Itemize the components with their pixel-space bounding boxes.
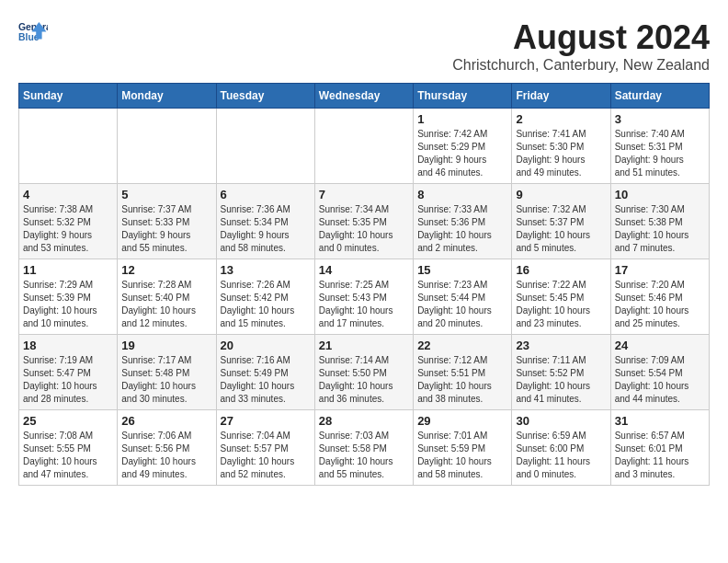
day-number: 6 [221, 188, 311, 201]
calendar-cell: 8Sunrise: 7:33 AM Sunset: 5:36 PM Daylig… [414, 184, 512, 259]
day-info: Sunrise: 7:37 AM Sunset: 5:33 PM Dayligh… [121, 203, 211, 255]
calendar-cell: 11Sunrise: 7:29 AM Sunset: 5:39 PM Dayli… [19, 259, 118, 335]
day-number: 15 [417, 263, 507, 277]
calendar-cell: 7Sunrise: 7:34 AM Sunset: 5:35 PM Daylig… [314, 184, 413, 259]
day-number: 30 [516, 414, 606, 428]
day-info: Sunrise: 7:40 AM Sunset: 5:31 PM Dayligh… [615, 128, 705, 179]
calendar-cell [314, 109, 413, 184]
day-info: Sunrise: 7:20 AM Sunset: 5:46 PM Dayligh… [615, 279, 705, 330]
day-info: Sunrise: 7:04 AM Sunset: 5:57 PM Dayligh… [221, 430, 311, 481]
day-number: 10 [615, 188, 705, 201]
day-number: 5 [121, 188, 211, 201]
day-number: 16 [516, 263, 606, 277]
day-number: 29 [417, 414, 507, 428]
day-number: 8 [417, 188, 507, 201]
location-subtitle: Christchurch, Canterbury, New Zealand [452, 57, 710, 74]
day-number: 20 [221, 339, 311, 352]
calendar-cell: 21Sunrise: 7:14 AM Sunset: 5:50 PM Dayli… [314, 335, 413, 410]
calendar-cell: 17Sunrise: 7:20 AM Sunset: 5:46 PM Dayli… [610, 259, 709, 335]
weekday-header-thursday: Thursday [414, 84, 512, 109]
day-info: Sunrise: 7:11 AM Sunset: 5:52 PM Dayligh… [516, 354, 606, 406]
day-info: Sunrise: 6:59 AM Sunset: 6:00 PM Dayligh… [516, 430, 606, 481]
calendar-cell: 12Sunrise: 7:28 AM Sunset: 5:40 PM Dayli… [118, 259, 216, 335]
calendar-cell: 10Sunrise: 7:30 AM Sunset: 5:38 PM Dayli… [610, 184, 709, 259]
weekday-header-monday: Monday [118, 84, 216, 109]
day-info: Sunrise: 7:09 AM Sunset: 5:54 PM Dayligh… [615, 354, 705, 406]
day-info: Sunrise: 6:57 AM Sunset: 6:01 PM Dayligh… [615, 430, 705, 481]
day-number: 24 [615, 339, 705, 352]
day-number: 25 [23, 414, 113, 428]
calendar-week-3: 11Sunrise: 7:29 AM Sunset: 5:39 PM Dayli… [19, 259, 710, 335]
title-area: August 2024 Christchurch, Canterbury, Ne… [452, 18, 710, 74]
day-number: 26 [121, 414, 211, 428]
calendar-cell: 24Sunrise: 7:09 AM Sunset: 5:54 PM Dayli… [610, 335, 709, 410]
day-info: Sunrise: 7:38 AM Sunset: 5:32 PM Dayligh… [23, 203, 113, 255]
day-info: Sunrise: 7:28 AM Sunset: 5:40 PM Dayligh… [121, 279, 211, 330]
day-info: Sunrise: 7:14 AM Sunset: 5:50 PM Dayligh… [319, 354, 409, 406]
day-info: Sunrise: 7:36 AM Sunset: 5:34 PM Dayligh… [221, 203, 311, 255]
calendar-cell: 25Sunrise: 7:08 AM Sunset: 5:55 PM Dayli… [19, 410, 118, 486]
day-info: Sunrise: 7:25 AM Sunset: 5:43 PM Dayligh… [319, 279, 409, 330]
day-info: Sunrise: 7:29 AM Sunset: 5:39 PM Dayligh… [23, 279, 113, 330]
day-number: 14 [319, 263, 409, 277]
day-info: Sunrise: 7:42 AM Sunset: 5:29 PM Dayligh… [417, 128, 507, 179]
day-info: Sunrise: 7:41 AM Sunset: 5:30 PM Dayligh… [516, 128, 606, 179]
month-year-title: August 2024 [452, 18, 710, 57]
day-number: 21 [319, 339, 409, 352]
calendar-cell: 4Sunrise: 7:38 AM Sunset: 5:32 PM Daylig… [19, 184, 118, 259]
logo: General Blue [18, 18, 48, 48]
weekday-header-wednesday: Wednesday [314, 84, 413, 109]
calendar-cell: 14Sunrise: 7:25 AM Sunset: 5:43 PM Dayli… [314, 259, 413, 335]
weekday-header-tuesday: Tuesday [216, 84, 314, 109]
calendar-cell: 9Sunrise: 7:32 AM Sunset: 5:37 PM Daylig… [512, 184, 610, 259]
day-info: Sunrise: 7:03 AM Sunset: 5:58 PM Dayligh… [319, 430, 409, 481]
day-info: Sunrise: 7:16 AM Sunset: 5:49 PM Dayligh… [221, 354, 311, 406]
calendar-week-4: 18Sunrise: 7:19 AM Sunset: 5:47 PM Dayli… [19, 335, 710, 410]
weekday-header-sunday: Sunday [19, 84, 118, 109]
calendar-cell: 3Sunrise: 7:40 AM Sunset: 5:31 PM Daylig… [610, 109, 709, 184]
day-info: Sunrise: 7:26 AM Sunset: 5:42 PM Dayligh… [221, 279, 311, 330]
day-number: 11 [23, 263, 113, 277]
calendar-cell: 28Sunrise: 7:03 AM Sunset: 5:58 PM Dayli… [314, 410, 413, 486]
day-number: 31 [615, 414, 705, 428]
calendar-cell: 29Sunrise: 7:01 AM Sunset: 5:59 PM Dayli… [414, 410, 512, 486]
logo-icon: General Blue [18, 18, 48, 48]
day-info: Sunrise: 7:33 AM Sunset: 5:36 PM Dayligh… [417, 203, 507, 255]
day-number: 3 [615, 112, 705, 126]
day-number: 12 [121, 263, 211, 277]
calendar-cell [118, 109, 216, 184]
weekday-header-row: SundayMondayTuesdayWednesdayThursdayFrid… [19, 84, 710, 109]
calendar-cell [19, 109, 118, 184]
day-number: 27 [221, 414, 311, 428]
day-number: 18 [23, 339, 113, 352]
day-number: 19 [121, 339, 211, 352]
day-number: 13 [221, 263, 311, 277]
day-number: 2 [516, 112, 606, 126]
calendar-week-2: 4Sunrise: 7:38 AM Sunset: 5:32 PM Daylig… [19, 184, 710, 259]
day-info: Sunrise: 7:08 AM Sunset: 5:55 PM Dayligh… [23, 430, 113, 481]
calendar-cell: 20Sunrise: 7:16 AM Sunset: 5:49 PM Dayli… [216, 335, 314, 410]
calendar-cell: 2Sunrise: 7:41 AM Sunset: 5:30 PM Daylig… [512, 109, 610, 184]
calendar-cell [216, 109, 314, 184]
day-info: Sunrise: 7:23 AM Sunset: 5:44 PM Dayligh… [417, 279, 507, 330]
calendar-week-5: 25Sunrise: 7:08 AM Sunset: 5:55 PM Dayli… [19, 410, 710, 486]
day-info: Sunrise: 7:30 AM Sunset: 5:38 PM Dayligh… [615, 203, 705, 255]
calendar-cell: 13Sunrise: 7:26 AM Sunset: 5:42 PM Dayli… [216, 259, 314, 335]
day-info: Sunrise: 7:19 AM Sunset: 5:47 PM Dayligh… [23, 354, 113, 406]
day-number: 17 [615, 263, 705, 277]
day-info: Sunrise: 7:17 AM Sunset: 5:48 PM Dayligh… [121, 354, 211, 406]
calendar-cell: 15Sunrise: 7:23 AM Sunset: 5:44 PM Dayli… [414, 259, 512, 335]
calendar-cell: 18Sunrise: 7:19 AM Sunset: 5:47 PM Dayli… [19, 335, 118, 410]
calendar-cell: 23Sunrise: 7:11 AM Sunset: 5:52 PM Dayli… [512, 335, 610, 410]
day-number: 28 [319, 414, 409, 428]
calendar-cell: 31Sunrise: 6:57 AM Sunset: 6:01 PM Dayli… [610, 410, 709, 486]
calendar-cell: 16Sunrise: 7:22 AM Sunset: 5:45 PM Dayli… [512, 259, 610, 335]
day-info: Sunrise: 7:34 AM Sunset: 5:35 PM Dayligh… [319, 203, 409, 255]
calendar-cell: 26Sunrise: 7:06 AM Sunset: 5:56 PM Dayli… [118, 410, 216, 486]
calendar-cell: 30Sunrise: 6:59 AM Sunset: 6:00 PM Dayli… [512, 410, 610, 486]
day-info: Sunrise: 7:22 AM Sunset: 5:45 PM Dayligh… [516, 279, 606, 330]
page-header: General Blue August 2024 Christchurch, C… [18, 18, 710, 74]
calendar-cell: 27Sunrise: 7:04 AM Sunset: 5:57 PM Dayli… [216, 410, 314, 486]
day-number: 22 [417, 339, 507, 352]
day-info: Sunrise: 7:06 AM Sunset: 5:56 PM Dayligh… [121, 430, 211, 481]
